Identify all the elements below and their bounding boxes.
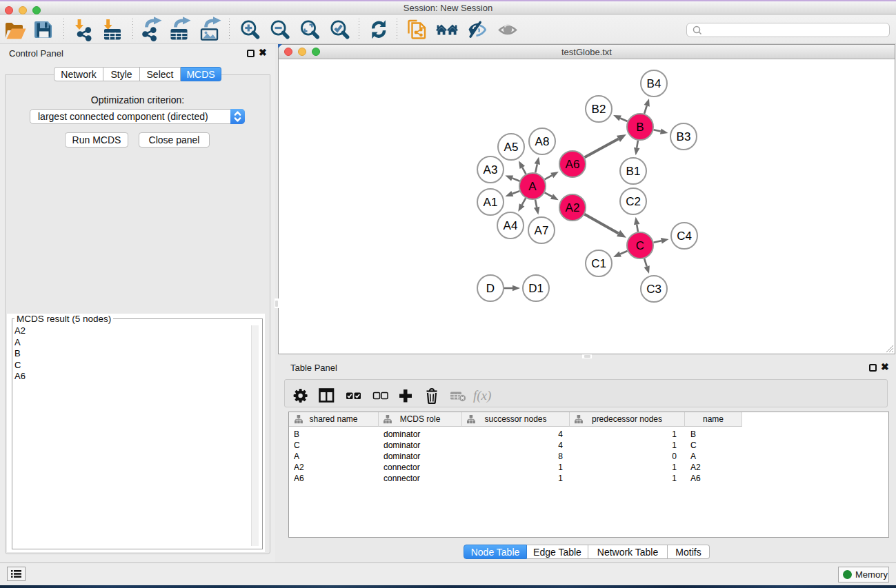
svg-text:C1: C1 bbox=[591, 257, 606, 270]
svg-text:A5: A5 bbox=[504, 141, 519, 154]
svg-text:B2: B2 bbox=[592, 103, 606, 116]
svg-text:A1: A1 bbox=[484, 196, 498, 209]
svg-text:C2: C2 bbox=[626, 195, 641, 208]
svg-text:A2: A2 bbox=[566, 201, 580, 214]
svg-text:A4: A4 bbox=[504, 219, 518, 232]
svg-text:C4: C4 bbox=[677, 230, 692, 243]
svg-text:A6: A6 bbox=[566, 158, 580, 171]
svg-text:A8: A8 bbox=[535, 135, 550, 148]
svg-text:A: A bbox=[528, 180, 537, 193]
svg-text:C: C bbox=[636, 239, 644, 252]
svg-text:D: D bbox=[486, 282, 495, 295]
svg-text:B1: B1 bbox=[626, 165, 641, 178]
svg-text:B4: B4 bbox=[647, 77, 661, 90]
svg-text:B3: B3 bbox=[677, 130, 691, 143]
svg-text:D1: D1 bbox=[528, 282, 544, 295]
svg-text:A3: A3 bbox=[484, 163, 498, 176]
svg-text:f(x): f(x) bbox=[473, 388, 491, 403]
svg-text:A7: A7 bbox=[535, 224, 549, 237]
svg-text:B: B bbox=[636, 121, 644, 134]
svg-text:C3: C3 bbox=[646, 283, 661, 296]
